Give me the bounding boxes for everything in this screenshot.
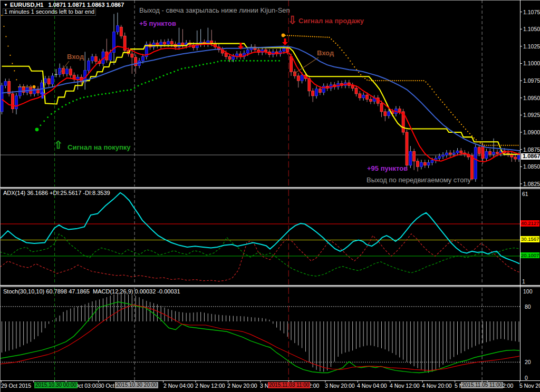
bear-candle <box>406 132 408 165</box>
bull-candle <box>152 43 155 47</box>
bear-candle <box>120 27 122 36</box>
annotation-sell-signal: Сигнал на продажу <box>298 17 364 24</box>
bear-candle <box>398 109 401 112</box>
bear-candle <box>478 148 480 154</box>
time-axis-label: 2 Nov 04:00 <box>163 383 194 389</box>
bear-candle <box>170 42 173 44</box>
bear-candle <box>69 69 72 75</box>
bull-candle <box>438 156 441 159</box>
adx-indicator-header: ADX(14) 36.1686 +DI:25.5617 -DI:8.3539 <box>3 190 110 196</box>
bull-candle <box>485 152 488 159</box>
bull-candle <box>283 48 285 51</box>
bear-candle <box>131 54 133 57</box>
bull-candle <box>493 152 495 154</box>
bear-candle <box>366 95 369 100</box>
annotation-profit-5: +5 пунктов <box>139 20 176 27</box>
bear-candle <box>369 99 372 101</box>
bull-candle <box>65 69 68 74</box>
stoch-level-20: 20 <box>525 359 531 365</box>
price-scale-label: 1.0825 <box>523 181 540 187</box>
bear-candle <box>163 42 166 44</box>
bear-candle <box>355 88 358 93</box>
bull-candle <box>474 148 477 179</box>
bear-candle <box>460 151 462 153</box>
ohlc-readout: 1.0871 1.0871 1.0863 1.0867 <box>49 2 124 8</box>
time-axis-label: 2 Nov 20:00 <box>227 383 257 389</box>
bull-candle <box>388 112 390 116</box>
event-time-tag: 2015.11.03 11:00 <box>268 382 310 388</box>
bear-candle <box>351 85 354 88</box>
event-time-tag: 2015.11.05 11:00 <box>461 382 503 388</box>
bull-candle <box>26 87 28 92</box>
bull-candle <box>15 96 17 109</box>
annotation-profit-95: +95 пунктов <box>367 165 408 172</box>
time-axis-label: 3 Nov 20:00 <box>325 383 355 389</box>
time-axis-label: 2 Nov 12:00 <box>195 383 225 389</box>
time-axis-label: 29 Oct 2015 <box>1 383 31 389</box>
bull-candle <box>427 162 430 165</box>
sell-signal-arrow-icon: ⇩ <box>288 15 297 25</box>
stoch-macd-indicator-header: Stoch(30,10,10) 60.7898 47.1865 MACD(12,… <box>3 289 180 295</box>
bear-candle <box>449 153 451 154</box>
time-axis-label: 2:00 <box>503 383 513 389</box>
price-scale-label: 1.0975 <box>523 78 540 84</box>
bear-candle <box>225 53 227 57</box>
annotation-exit-kijun: Выход - свеча закрылась ниже линии Kijun… <box>139 7 290 14</box>
price-scale-label: 1.0950 <box>523 95 540 101</box>
bear-candle <box>514 157 517 159</box>
bull-candle <box>51 76 54 84</box>
price-scale-label: 1.0925 <box>523 112 540 118</box>
bear-candle <box>94 56 97 61</box>
bear-candle <box>384 112 387 116</box>
price-scale-label: 1.0900 <box>523 130 540 135</box>
adx-level-tag: 30.1567 <box>520 236 539 242</box>
bull-candle <box>445 153 448 155</box>
bar-countdown-label: 1 minutes 1 seconds left to bar end <box>3 8 96 16</box>
bull-candle <box>91 56 93 61</box>
bull-candle <box>246 50 249 53</box>
bull-candle <box>362 95 365 98</box>
bear-candle <box>228 56 231 59</box>
bear-candle <box>413 152 416 161</box>
adx-scale-min: 1 <box>522 279 525 285</box>
bear-candle <box>290 56 293 72</box>
symbol-dropdown-icon[interactable]: ▼ <box>4 3 8 7</box>
price-scale-label: 1.1050 <box>523 26 540 32</box>
bull-candle <box>431 161 433 163</box>
stoch-scale-max: 100 <box>523 289 533 295</box>
bear-candle <box>297 76 300 81</box>
bull-candle <box>59 68 61 75</box>
bear-candle <box>481 146 484 158</box>
time-axis-label: 4 Nov 04:00 <box>357 383 387 389</box>
annotation-exit-trailing: Выход по передвигаемому стопу <box>367 177 471 183</box>
symbol-period-label: EURUSD,H1 <box>10 2 44 8</box>
stoch-level-80: 80 <box>525 304 531 310</box>
bull-candle <box>409 152 412 165</box>
bull-candle <box>232 56 235 59</box>
time-axis-label: 4 Nov 20:00 <box>422 383 452 389</box>
annotation-entry-short: Вход <box>317 50 334 56</box>
bull-candle <box>518 155 520 159</box>
annotation-entry-long: Вход <box>67 53 84 60</box>
bear-candle <box>319 89 321 93</box>
price-scale-label: 1.0850 <box>523 164 540 170</box>
current-price-tag: 1.0867 <box>521 153 540 160</box>
time-axis-label: 5 Nov 20:0 <box>519 383 540 389</box>
bull-candle <box>76 77 79 80</box>
annotation-buy-signal: Сигнал на покупку <box>68 144 131 151</box>
adx-level-tag: 20.1007 <box>520 252 539 259</box>
bull-candle <box>442 155 445 156</box>
adx-scale-max: 61 <box>522 191 528 197</box>
bear-candle <box>417 161 419 166</box>
bull-candle <box>88 61 90 70</box>
bull-candle <box>167 42 169 44</box>
bull-candle <box>452 153 455 154</box>
buy-signal-arrow-icon: ⇧ <box>54 140 63 150</box>
bull-candle <box>44 79 46 83</box>
event-time-tag: 2015.10.30 00:00 <box>34 382 78 388</box>
time-axis-label: 3 N <box>260 383 268 389</box>
bull-candle <box>116 26 119 32</box>
bear-candle <box>496 152 498 154</box>
adx-level-tag: 40.2127 <box>520 220 539 227</box>
bull-candle <box>301 75 303 81</box>
